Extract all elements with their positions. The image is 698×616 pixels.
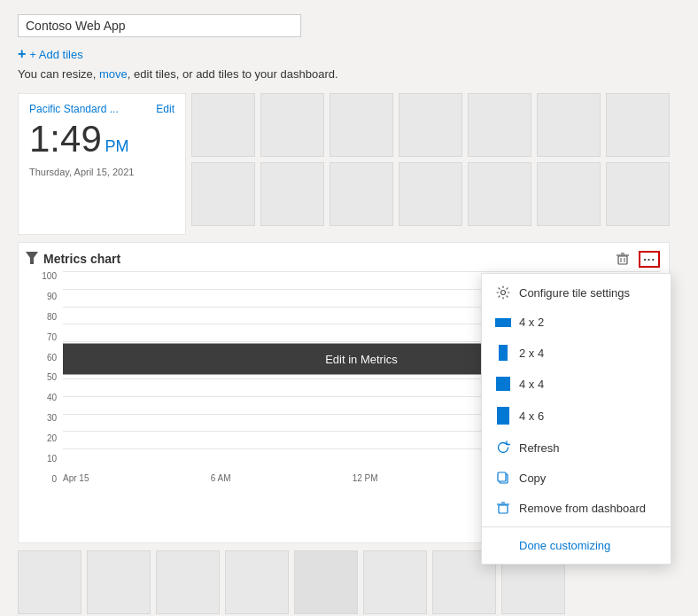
small-tile-3 (330, 93, 393, 157)
dashboard-title-input[interactable] (18, 14, 301, 37)
more-icon: ··· (643, 253, 655, 266)
small-tile-2 (260, 93, 324, 157)
add-tiles-label: + Add tiles (29, 48, 82, 61)
small-tile-5 (468, 93, 531, 157)
menu-label-refresh: Refresh (519, 441, 560, 455)
y-label-100: 100 (26, 271, 57, 281)
time-tile: Pacific Standard ... Edit 1:49 PM Thursd… (18, 93, 186, 235)
y-label-20: 20 (26, 433, 57, 443)
hint-text: You can resize, move, edit tiles, or add… (18, 67, 680, 81)
size-4x2-icon (494, 318, 512, 327)
gridline-100 (63, 271, 660, 272)
metrics-title-row: Metrics chart (26, 252, 120, 267)
menu-label-4x4: 4 x 4 (519, 378, 544, 391)
svg-marker-0 (26, 252, 38, 264)
menu-label-2x4: 2 x 4 (519, 347, 544, 360)
bottom-tile-4 (225, 550, 289, 614)
add-tiles-button[interactable]: + + Add tiles (18, 46, 680, 62)
page-container: + + Add tiles You can resize, move, edit… (0, 0, 698, 616)
title-row (18, 14, 680, 37)
y-label-60: 60 (26, 353, 57, 363)
metrics-actions: ··· (614, 250, 660, 268)
svg-rect-9 (499, 505, 508, 513)
menu-item-remove[interactable]: Remove from dashboard (482, 493, 671, 523)
y-label-90: 90 (26, 292, 57, 301)
size-2x4-icon (494, 345, 512, 361)
svg-rect-8 (498, 472, 506, 481)
copy-icon (494, 471, 512, 485)
metrics-title: Metrics chart (43, 252, 120, 266)
time-edit-link[interactable]: Edit (156, 103, 174, 115)
y-label-30: 30 (26, 413, 57, 423)
size-4x6-icon (494, 407, 512, 425)
gear-icon (494, 285, 512, 300)
metrics-tile-header: Metrics chart ··· (19, 243, 669, 271)
context-menu: Configure tile settings 4 x 2 2 x 4 4 x … (481, 273, 671, 565)
menu-label-copy: Copy (519, 472, 546, 485)
menu-label-4x2: 4 x 2 (519, 316, 544, 329)
time-display: 1:49 PM (29, 121, 174, 158)
x-label-12pm: 12 PM (353, 473, 378, 483)
hint-link-move[interactable]: move (99, 67, 128, 81)
y-axis: 100 90 80 70 60 50 40 30 20 10 0 (26, 271, 57, 484)
menu-label-done: Done customizing (519, 539, 610, 552)
top-tiles-area (191, 93, 670, 235)
menu-item-copy[interactable]: Copy (482, 463, 671, 493)
small-tile-13 (537, 162, 601, 226)
bottom-tile-5 (294, 550, 358, 614)
small-tile-10 (330, 162, 393, 226)
y-label-80: 80 (26, 312, 57, 322)
trash-icon (616, 252, 630, 266)
small-tile-14 (606, 162, 670, 226)
svg-point-6 (501, 291, 506, 295)
menu-item-size-2x4[interactable]: 2 x 4 (482, 337, 671, 369)
small-tile-8 (191, 162, 255, 226)
x-label-6am: 6 AM (211, 473, 231, 483)
small-tile-1 (191, 93, 255, 157)
menu-divider (482, 526, 671, 527)
bottom-tile-3 (156, 550, 220, 614)
menu-item-done[interactable]: Done customizing (482, 531, 671, 560)
filter-icon (26, 252, 38, 267)
small-tile-4 (399, 93, 462, 157)
add-icon: + (18, 46, 26, 62)
bottom-tile-1 (18, 550, 81, 614)
time-clock: 1:49 (29, 118, 102, 160)
svg-rect-1 (618, 256, 627, 264)
small-tile-11 (399, 162, 462, 226)
delete-tile-button[interactable] (614, 250, 632, 268)
time-location: Pacific Standard ... (29, 103, 119, 115)
y-label-40: 40 (26, 393, 57, 402)
menu-item-size-4x4[interactable]: 4 x 4 (482, 369, 671, 399)
time-ampm: PM (105, 137, 128, 155)
bottom-tile-2 (87, 550, 151, 614)
time-date: Thursday, April 15, 2021 (29, 167, 174, 177)
y-label-70: 70 (26, 332, 57, 342)
size-4x4-icon (494, 377, 512, 391)
menu-label-4x6: 4 x 6 (519, 409, 544, 423)
menu-item-configure[interactable]: Configure tile settings (482, 277, 671, 308)
menu-item-size-4x6[interactable]: 4 x 6 (482, 399, 671, 433)
small-tile-6 (537, 93, 601, 157)
menu-item-refresh[interactable]: Refresh (482, 433, 671, 463)
small-tile-9 (260, 162, 324, 226)
x-label-apr15: Apr 15 (63, 473, 89, 483)
menu-label-remove: Remove from dashboard (519, 502, 646, 515)
menu-item-size-4x2[interactable]: 4 x 2 (482, 308, 671, 337)
small-tile-12 (468, 162, 531, 226)
more-options-button[interactable]: ··· (639, 251, 660, 268)
bottom-tile-6 (363, 550, 427, 614)
small-tile-7 (606, 93, 670, 157)
refresh-icon (494, 441, 512, 455)
y-label-50: 50 (26, 372, 57, 382)
y-label-0: 0 (26, 474, 57, 484)
y-label-10: 10 (26, 454, 57, 464)
time-tile-header: Pacific Standard ... Edit (29, 103, 174, 115)
menu-label-configure: Configure tile settings (519, 286, 630, 300)
remove-icon (494, 501, 512, 515)
